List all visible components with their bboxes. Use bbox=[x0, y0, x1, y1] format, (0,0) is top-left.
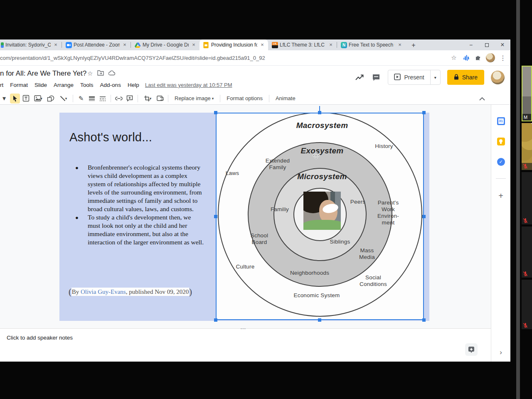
selection-handle-w[interactable] bbox=[214, 215, 217, 218]
animate-button[interactable]: Animate bbox=[272, 95, 299, 101]
selection-handle-ne[interactable] bbox=[422, 111, 426, 114]
speaker-notes-panel[interactable]: ⋯ Click to add speaker notes bbox=[0, 328, 491, 362]
mask-image-tool[interactable] bbox=[155, 94, 165, 103]
address-input[interactable]: com/presentation/d/1_wSkXgLNynIyqEZIyVU4… bbox=[0, 55, 432, 61]
zoom-video-tile[interactable] bbox=[522, 280, 532, 329]
bullet-marker: ● bbox=[75, 213, 88, 246]
border-dash-tool[interactable] bbox=[98, 94, 108, 103]
tab-drive[interactable]: My Drive - Google Driv × bbox=[131, 39, 200, 50]
insert-comment-tool[interactable] bbox=[125, 94, 135, 103]
diagram-label: History bbox=[375, 143, 393, 150]
comment-history-icon[interactable] bbox=[371, 72, 381, 82]
text-box-tool[interactable] bbox=[21, 94, 31, 103]
url-bar: com/presentation/d/1_wSkXgLNynIyqEZIyVU4… bbox=[0, 50, 510, 66]
notes-resize-handle[interactable]: ⋯ bbox=[240, 325, 247, 332]
toolbar-overflow-caret-icon[interactable]: ▾ bbox=[0, 94, 9, 103]
new-tab-button[interactable]: + bbox=[408, 40, 419, 50]
bookmark-star-icon[interactable]: ☆ bbox=[450, 54, 458, 62]
present-icon bbox=[394, 74, 401, 81]
menu-addons[interactable]: Add-ons bbox=[97, 81, 124, 89]
tab-zoom[interactable]: Post Attendee - Zoom × bbox=[62, 39, 131, 50]
menu-arrange[interactable]: Arrange bbox=[50, 81, 77, 89]
selection-handle-nw[interactable] bbox=[214, 111, 217, 114]
cloud-saved-icon[interactable] bbox=[108, 70, 116, 77]
zoom-video-tile[interactable] bbox=[522, 227, 532, 278]
url-bar-icons: ☆ ⋮ bbox=[450, 53, 510, 62]
keep-icon[interactable] bbox=[497, 138, 505, 145]
tab-close-icon[interactable]: × bbox=[328, 42, 334, 48]
browser-window: Invitation: Sydoriv_Onli × Post Attendee… bbox=[0, 39, 510, 362]
selection-handle-e[interactable] bbox=[422, 215, 426, 218]
calendar-icon[interactable]: 31 bbox=[497, 117, 505, 125]
diagram-label: School Board bbox=[251, 232, 268, 246]
diagram-label: Neighborhoods bbox=[290, 270, 329, 276]
last-edit-link[interactable]: Last edit was yesterday at 10:57 PM bbox=[145, 82, 232, 88]
zoom-video-tile[interactable] bbox=[522, 172, 532, 224]
extensions-puzzle-icon[interactable] bbox=[474, 54, 482, 62]
window-controls: − × bbox=[463, 39, 510, 50]
citation-open-paren: ( bbox=[69, 287, 71, 296]
minimize-button[interactable]: − bbox=[463, 39, 479, 50]
hide-menus-chevron-icon[interactable] bbox=[477, 94, 487, 104]
wave-extension-icon[interactable] bbox=[462, 54, 470, 62]
slide[interactable]: Ashot's world... ●Bronfenbrenner's ecolo… bbox=[59, 113, 429, 321]
shape-tool[interactable] bbox=[46, 94, 56, 103]
hide-side-panel-chevron-icon[interactable]: › bbox=[491, 348, 510, 357]
account-avatar[interactable] bbox=[491, 71, 505, 84]
tasks-icon[interactable]: ✓ bbox=[497, 158, 505, 166]
tab-close-icon[interactable]: × bbox=[190, 42, 197, 48]
diagram-label: Macrosystem bbox=[296, 122, 348, 129]
line-tool[interactable]: ▾ bbox=[57, 94, 70, 103]
present-button[interactable]: Present bbox=[388, 74, 430, 81]
citation-author-link[interactable]: Olivia Guy-Evans bbox=[81, 288, 126, 295]
header-actions: Present ▾ Share bbox=[355, 70, 505, 85]
slide-title[interactable]: Ashot's world... bbox=[69, 131, 152, 144]
lock-icon bbox=[454, 74, 459, 81]
tab-invitation[interactable]: Invitation: Sydoriv_Onli × bbox=[0, 39, 62, 50]
format-options-button[interactable]: Format options bbox=[223, 95, 266, 101]
participant-name-label: M bbox=[522, 114, 531, 121]
tab-close-icon[interactable]: × bbox=[52, 42, 59, 48]
browser-menu-icon[interactable]: ⋮ bbox=[499, 54, 507, 62]
bullet-marker: ● bbox=[75, 163, 88, 213]
present-dropdown[interactable]: ▾ bbox=[430, 70, 440, 85]
zoom-video-tile[interactable] bbox=[522, 123, 532, 170]
selection-handle-se[interactable] bbox=[422, 318, 426, 322]
explore-button[interactable] bbox=[465, 343, 478, 356]
tab-lflc[interactable]: LfL LfLC Theme 3: LfLC The × bbox=[268, 39, 337, 50]
move-folder-icon[interactable] bbox=[97, 70, 104, 77]
border-color-tool[interactable]: ✎ bbox=[76, 94, 86, 103]
maximize-button[interactable] bbox=[479, 39, 495, 50]
star-document-icon[interactable]: ☆ bbox=[87, 70, 93, 77]
speaker-notes-placeholder[interactable]: Click to add speaker notes bbox=[7, 335, 73, 341]
tab-slides-active[interactable]: Providing Inclusion for × bbox=[200, 39, 268, 50]
insert-link-tool[interactable] bbox=[114, 94, 124, 103]
menu-rt[interactable]: rt bbox=[0, 81, 7, 89]
select-tool[interactable] bbox=[10, 94, 20, 103]
replace-image-button[interactable]: Replace image ▾ bbox=[171, 95, 217, 101]
document-title[interactable]: n for All: Are We There Yet? bbox=[0, 69, 86, 78]
tab-close-icon[interactable]: × bbox=[259, 42, 266, 48]
close-window-button[interactable]: × bbox=[495, 39, 510, 50]
zoom-video-tile-active-speaker[interactable]: M bbox=[522, 66, 532, 121]
slide-bullet-list[interactable]: ●Bronfenbrenner's ecological systems the… bbox=[75, 163, 204, 246]
tab-close-icon[interactable]: × bbox=[121, 42, 128, 48]
tab-close-icon[interactable]: × bbox=[397, 42, 403, 48]
selection-handle-sw[interactable] bbox=[214, 318, 217, 322]
menu-slide[interactable]: Slide bbox=[31, 81, 50, 89]
menu-help[interactable]: Help bbox=[124, 81, 143, 89]
share-button[interactable]: Share bbox=[447, 70, 484, 85]
selection-handle-n[interactable] bbox=[318, 111, 321, 114]
menu-format[interactable]: Format bbox=[7, 81, 31, 89]
border-weight-tool[interactable] bbox=[87, 94, 97, 103]
browser-profile-avatar[interactable] bbox=[486, 53, 495, 62]
get-addons-button[interactable]: + bbox=[498, 191, 503, 201]
insert-image-tool[interactable]: ▾ bbox=[32, 94, 45, 103]
ecological-systems-diagram-image[interactable]: MacrosystemHistoryExosystemExtended Fami… bbox=[216, 113, 424, 320]
selection-handle-s[interactable] bbox=[318, 318, 321, 322]
activity-dashboard-icon[interactable] bbox=[355, 72, 365, 82]
maximize-icon bbox=[485, 43, 489, 47]
crop-tool[interactable]: ▾ bbox=[141, 94, 154, 103]
tab-text-to-speech[interactable]: N Free Text to Speech On × bbox=[337, 39, 406, 50]
menu-tools[interactable]: Tools bbox=[77, 81, 97, 89]
